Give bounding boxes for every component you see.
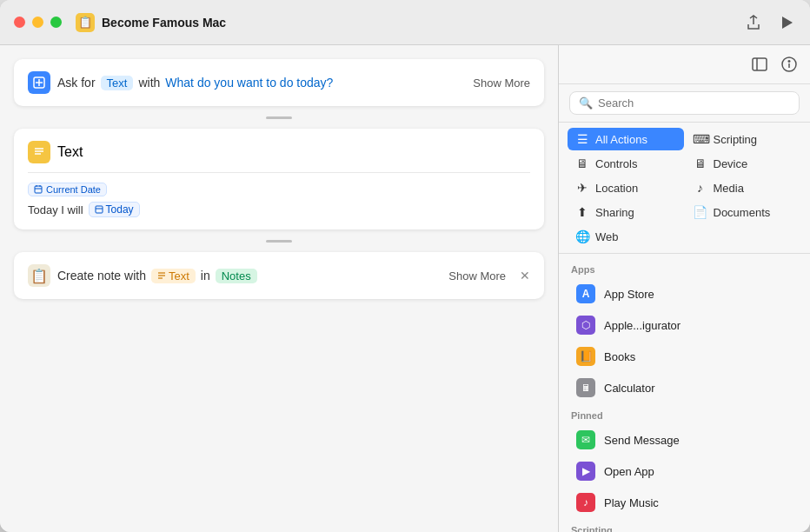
search-icon: 🔍 (579, 96, 593, 110)
today-label: Today (106, 203, 134, 216)
sharing-icon: ⬆ (574, 205, 590, 219)
library-button[interactable] (749, 54, 770, 75)
divider-line-1 (266, 116, 292, 119)
maximize-button[interactable] (50, 17, 62, 28)
play-button[interactable] (777, 13, 796, 32)
scripting-label: Scripting (714, 133, 758, 146)
list-item-open-app[interactable]: ▶ Open App (564, 456, 805, 487)
share-button[interactable] (744, 13, 763, 32)
ask-for-card: Ask for Text with What do you want to do… (14, 59, 544, 106)
text-card: Text Current Date Today I will (14, 129, 544, 229)
categories-grid: ☰ All Actions ⌨ Scripting 🖥 Controls 🖥 D… (559, 123, 810, 254)
ask-for-icon (28, 71, 50, 94)
current-date-label: Current Date (46, 184, 101, 195)
divider-1 (14, 115, 544, 120)
traffic-lights (14, 17, 62, 28)
category-media[interactable]: ♪ Media (686, 176, 802, 199)
create-note-show-more[interactable]: Show More (448, 269, 506, 283)
play-music-icon: ♪ (576, 493, 595, 512)
documents-icon: 📄 (693, 205, 708, 219)
category-web[interactable]: 🌐 Web (568, 225, 684, 248)
scripting-icon: ⌨ (693, 132, 708, 146)
scripting-section-header: Scripting (559, 518, 810, 532)
list-item-send-message[interactable]: ✉ Send Message (564, 424, 805, 456)
action-list: Apps A App Store ⬡ Apple...igurator 📙 Bo… (559, 254, 810, 532)
info-button[interactable] (779, 54, 800, 75)
list-item-play-music[interactable]: ♪ Play Music (564, 487, 805, 518)
window-title: Become Famous Mac (102, 16, 744, 30)
workflow-panel: Ask for Text with What do you want to do… (0, 45, 558, 532)
device-icon: 🖥 (693, 156, 708, 170)
current-date-tag[interactable]: Current Date (28, 183, 107, 196)
documents-label: Documents (714, 206, 771, 219)
close-button[interactable] (14, 17, 25, 28)
svg-marker-0 (782, 17, 793, 29)
today-token[interactable]: Today (89, 202, 140, 217)
list-item-books[interactable]: 📙 Books (564, 341, 805, 372)
all-actions-label: All Actions (595, 133, 647, 146)
apple-igurator-label: Apple...igurator (604, 319, 681, 332)
create-note-keyword: Create note with (57, 269, 146, 283)
right-header (559, 45, 810, 84)
ask-for-show-more[interactable]: Show More (473, 76, 530, 90)
send-message-label: Send Message (604, 434, 680, 447)
search-input-wrapper: 🔍 (569, 91, 800, 115)
ask-for-text-token[interactable]: Text (101, 76, 134, 90)
play-music-label: Play Music (604, 496, 659, 509)
sharing-label: Sharing (595, 206, 634, 219)
text-header: Text (28, 141, 530, 163)
divider-line-2 (266, 240, 292, 243)
calculator-icon: 🖩 (576, 378, 595, 397)
create-note-header: 📋 Create note with Text in Note (28, 264, 530, 287)
search-bar: 🔍 (559, 84, 810, 123)
send-message-icon: ✉ (576, 430, 595, 449)
books-label: Books (604, 350, 635, 363)
category-device[interactable]: 🖥 Device (686, 152, 802, 175)
text-content-text: Today I will (28, 203, 83, 216)
location-icon: ✈ (574, 181, 590, 195)
all-actions-icon: ☰ (574, 132, 590, 146)
create-note-in: in (201, 269, 210, 283)
create-note-icon: 📋 (28, 264, 50, 287)
create-note-notes-token[interactable]: Notes (216, 269, 257, 283)
pinned-section-header: Pinned (559, 403, 810, 424)
svg-rect-7 (35, 186, 42, 193)
location-label: Location (595, 182, 638, 195)
calculator-label: Calculator (604, 382, 655, 395)
ask-for-keyword: Ask for (57, 76, 96, 90)
list-item-calculator[interactable]: 🖩 Calculator (564, 372, 805, 403)
main-window: 📋 Become Famous Mac (0, 0, 810, 532)
ask-for-label: Ask for Text with What do you want to do… (57, 76, 466, 90)
titlebar-actions (744, 13, 796, 32)
create-note-text-token[interactable]: Text (151, 269, 196, 283)
text-label: Text (57, 144, 83, 160)
search-input[interactable] (598, 96, 790, 110)
app-icon: 📋 (76, 13, 95, 32)
controls-icon: 🖥 (574, 156, 590, 170)
minimize-button[interactable] (32, 17, 43, 28)
category-controls[interactable]: 🖥 Controls (568, 152, 684, 175)
main-content: Ask for Text with What do you want to do… (0, 45, 810, 532)
category-location[interactable]: ✈ Location (568, 176, 684, 199)
actions-panel: 🔍 ☰ All Actions ⌨ Scripting 🖥 Controls (558, 45, 810, 532)
create-note-close[interactable]: ✕ (520, 269, 530, 283)
list-item-app-store[interactable]: A App Store (564, 278, 805, 309)
ask-for-header: Ask for Text with What do you want to do… (28, 71, 530, 94)
text-card-body: Current Date Today I will Today (28, 172, 530, 217)
list-item-apple-igurator[interactable]: ⬡ Apple...igurator (564, 309, 805, 341)
ask-for-with: with (138, 76, 160, 90)
svg-rect-16 (753, 58, 767, 70)
category-sharing[interactable]: ⬆ Sharing (568, 201, 684, 223)
ask-for-prompt[interactable]: What do you want to do today? (165, 76, 333, 90)
category-all-actions[interactable]: ☰ All Actions (568, 128, 684, 150)
category-documents[interactable]: 📄 Documents (686, 201, 802, 223)
device-label: Device (714, 157, 748, 170)
divider-2 (14, 238, 544, 243)
category-scripting[interactable]: ⌨ Scripting (686, 128, 802, 150)
open-app-icon: ▶ (576, 462, 595, 481)
apps-section-header: Apps (559, 257, 810, 278)
open-app-label: Open App (604, 465, 654, 478)
svg-point-20 (788, 61, 790, 63)
titlebar: 📋 Become Famous Mac (0, 0, 810, 45)
create-note-label: Create note with Text in Notes (57, 269, 442, 283)
